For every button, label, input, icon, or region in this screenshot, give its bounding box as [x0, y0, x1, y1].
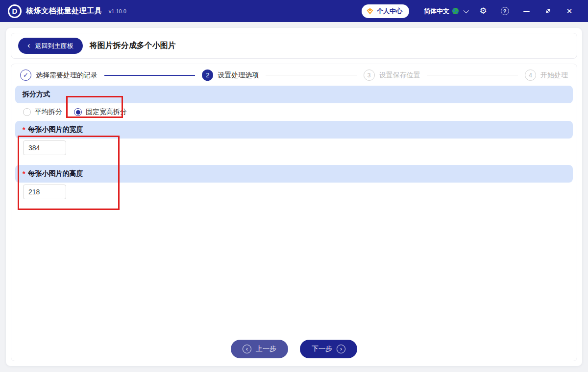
settings-button[interactable]: ⚙ [472, 0, 494, 22]
titlebar: D 核烁文档批量处理工具 - v1.10.0 个人中心 简体中文 ⚙ ? [0, 0, 588, 22]
close-button[interactable]: ✕ [559, 0, 580, 22]
close-icon: ✕ [566, 7, 573, 15]
radio-fixed-size-split-label: 固定宽高拆分 [86, 108, 127, 116]
split-method-section-header: 拆分方式 [15, 86, 573, 103]
radio-average-split-label: 平均拆分 [35, 108, 62, 116]
main-card: ‹ 返回到主面板 将图片拆分成多个小图片 ✓ 选择需要处理的记录 2 设置处理选… [6, 28, 582, 366]
titlebar-actions: 个人中心 简体中文 ⚙ ? ✕ [362, 0, 580, 22]
page-header: ‹ 返回到主面板 将图片拆分成多个小图片 [11, 33, 577, 59]
split-method-label: 拆分方式 [23, 90, 50, 99]
radio-fixed-size-split[interactable]: 固定宽高拆分 [74, 108, 127, 116]
wizard-panel: ✓ 选择需要处理的记录 2 设置处理选项 3 设置保存位置 4 开始处理 拆分方… [11, 64, 577, 361]
chevron-right-circle-icon: › [337, 345, 345, 353]
chevron-left-icon: ‹ [27, 41, 30, 49]
step-4-label: 开始处理 [540, 71, 568, 80]
next-step-button[interactable]: 下一步 › [300, 340, 357, 358]
step-connector [104, 75, 195, 76]
minimize-button[interactable] [515, 0, 537, 22]
step-connector [266, 75, 356, 75]
app-version: - v1.10.0 [105, 8, 126, 14]
gear-icon: ⚙ [479, 7, 487, 15]
required-asterisk: * [23, 170, 25, 178]
step-connector [427, 75, 518, 75]
resize-diagonal-icon [544, 7, 552, 15]
height-input-row [15, 183, 573, 204]
step-1-check-icon: ✓ [20, 70, 31, 81]
height-field-label: 每张小图片的高度 [28, 169, 83, 178]
split-method-options: 平均拆分 固定宽高拆分 [15, 103, 573, 121]
radio-unchecked-icon [23, 108, 31, 116]
vip-diamond-icon [366, 7, 374, 15]
step-1-label: 选择需要处理的记录 [36, 71, 98, 80]
minimize-icon [523, 11, 530, 12]
step-2-set-options: 2 设置处理选项 [202, 70, 259, 81]
chevron-left-circle-icon: ‹ [243, 345, 251, 353]
back-to-dashboard-button[interactable]: ‹ 返回到主面板 [18, 38, 83, 54]
step-indicator: ✓ 选择需要处理的记录 2 设置处理选项 3 设置保存位置 4 开始处理 [15, 64, 573, 86]
language-label: 简体中文 [424, 7, 449, 16]
step-2-label: 设置处理选项 [218, 71, 259, 80]
app-logo-icon: D [8, 4, 22, 18]
width-field-label: 每张小图片的宽度 [28, 125, 83, 134]
step-4-number: 4 [525, 70, 536, 81]
radio-checked-icon [74, 108, 82, 116]
step-4-start-processing: 4 开始处理 [525, 70, 568, 81]
user-center-button[interactable]: 个人中心 [362, 4, 409, 18]
width-section-header: * 每张小图片的宽度 [15, 121, 573, 139]
radio-average-split[interactable]: 平均拆分 [23, 108, 62, 116]
width-input-row [15, 139, 573, 160]
height-input[interactable] [23, 185, 66, 199]
step-2-number: 2 [202, 70, 213, 81]
height-section-header: * 每张小图片的高度 [15, 165, 573, 183]
resize-button[interactable] [537, 0, 559, 22]
language-selector[interactable]: 简体中文 [424, 7, 467, 16]
back-button-label: 返回到主面板 [35, 42, 74, 50]
previous-step-label: 上一步 [256, 345, 276, 353]
chevron-down-icon [464, 7, 469, 13]
globe-icon [452, 7, 459, 15]
next-step-label: 下一步 [312, 345, 332, 353]
step-3-save-location: 3 设置保存位置 [364, 70, 420, 81]
user-center-label: 个人中心 [377, 7, 402, 16]
help-icon: ? [501, 7, 509, 15]
help-button[interactable]: ? [494, 0, 515, 22]
step-3-number: 3 [364, 70, 375, 81]
wizard-footer: ‹ 上一步 下一步 › [15, 340, 573, 361]
page-title: 将图片拆分成多个小图片 [90, 41, 176, 51]
step-1-select-records: ✓ 选择需要处理的记录 [20, 70, 98, 81]
previous-step-button[interactable]: ‹ 上一步 [231, 340, 288, 358]
step-3-label: 设置保存位置 [379, 71, 420, 80]
width-input[interactable] [23, 140, 66, 155]
required-asterisk: * [23, 126, 25, 134]
app-title: 核烁文档批量处理工具 [26, 6, 102, 16]
